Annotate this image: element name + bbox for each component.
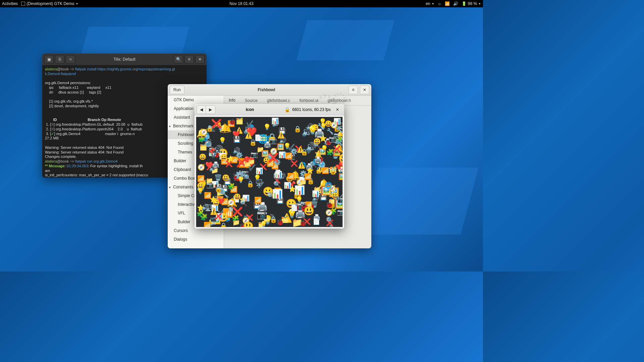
fishbowl-icon: ✔️ bbox=[257, 182, 264, 188]
fishbowl-icon: 💡 bbox=[219, 137, 226, 143]
sidebar-item-label: Scrolling bbox=[178, 141, 193, 146]
sidebar-item-label: Benchmark bbox=[173, 124, 194, 128]
gnome-top-panel: Activities (Development) GTK Demo ▼ Nov … bbox=[0, 0, 483, 7]
fishbowl-icon: ✔️ bbox=[246, 121, 254, 127]
activities-button[interactable]: Activities bbox=[2, 1, 18, 6]
fishbowl-icon: 📄 bbox=[290, 205, 298, 211]
fishbowl-icon: 🗑️ bbox=[214, 175, 222, 181]
sidebar-item[interactable]: GTK Demo bbox=[168, 96, 224, 104]
keyboard-layout-label: en bbox=[426, 1, 430, 6]
fishbowl-icon: 🔒 bbox=[301, 149, 308, 155]
fishbowl-icon: 🔧 bbox=[221, 192, 229, 198]
fishbowl-icon: ⭐ bbox=[306, 168, 314, 174]
fishbowl-icon: 📊 bbox=[333, 118, 341, 124]
fishbowl-icon: 🔊 bbox=[202, 204, 209, 210]
fishbowl-icon: 🔊 bbox=[209, 165, 216, 171]
fishbowl-icon: 💡 bbox=[283, 143, 291, 149]
fishbowl-icon: 📶 bbox=[254, 197, 262, 203]
brightness-icon[interactable]: ☼ bbox=[438, 1, 441, 6]
sidebar-item-label: Clipboard bbox=[174, 167, 191, 172]
fishbowl-icon: ⚠️ bbox=[298, 162, 305, 168]
fishbowl-icon: ⚠️ bbox=[277, 132, 285, 138]
fishbowl-icon: 💡 bbox=[237, 177, 245, 183]
fishbowl-icon: 🔧 bbox=[336, 127, 343, 133]
sidebar-item-label: Simple Co bbox=[178, 193, 196, 198]
fishbowl-title: Icon bbox=[217, 107, 282, 112]
hamburger-menu-button[interactable]: ≡ bbox=[184, 55, 194, 64]
fishbowl-icon: 💡 bbox=[263, 124, 271, 130]
sidebar-item-label: Cursors bbox=[174, 228, 188, 233]
battery-indicator[interactable]: 🔋 98 % ▼ bbox=[462, 1, 481, 6]
search-button[interactable]: 🔍 bbox=[174, 55, 183, 64]
sidebar-item[interactable]: Dialogs bbox=[168, 235, 224, 244]
fishbowl-icon: 📶 bbox=[197, 176, 205, 182]
fishbowl-icon: 🔍 bbox=[326, 217, 333, 223]
prev-button[interactable]: ◀ bbox=[197, 105, 206, 114]
fishbowl-icon: 📁 bbox=[232, 220, 240, 226]
fishbowl-icon: 📊 bbox=[272, 189, 283, 198]
fishbowl-icon: 📄 bbox=[313, 219, 320, 225]
fishbowl-canvas: 🖼️📶❌📁📷🖨️🌐✔️📁❤️🔒❌🧭🔊😃😃📁🔧😃⚙️🖨️🖼️🖨️💾📷💾🔒😀⭐🔍🔊📷… bbox=[196, 117, 343, 227]
close-button[interactable]: ✕ bbox=[333, 105, 342, 114]
fishbowl-icon: 😀 bbox=[199, 154, 206, 160]
fishbowl-icon: ❌ bbox=[290, 161, 298, 167]
fishbowl-icon: 🔍 bbox=[205, 135, 212, 141]
chevron-down-icon: ▼ bbox=[478, 2, 481, 5]
sidebar-item-label: Builder bbox=[174, 159, 186, 163]
fishbowl-icon: ⚠️ bbox=[245, 132, 252, 138]
fishbowl-icon: ✔️ bbox=[336, 195, 343, 201]
fishbowl-icon: 🌐 bbox=[325, 182, 332, 188]
chevron-down-icon: ▼ bbox=[432, 2, 434, 5]
next-button[interactable]: ▶ bbox=[206, 105, 215, 114]
run-button[interactable]: Run bbox=[170, 85, 184, 94]
fishbowl-icon: 📶 bbox=[287, 173, 294, 179]
battery-icon: 🔋 bbox=[462, 1, 467, 6]
close-button[interactable]: ✕ bbox=[195, 55, 205, 64]
sidebar-item-label: GTK Demo bbox=[174, 98, 194, 102]
clock[interactable]: Nov 18 01:43 bbox=[229, 1, 253, 6]
sidebar-item-label: VFL bbox=[178, 211, 185, 216]
fishbowl-icon: 📊 bbox=[271, 118, 279, 124]
tilix-session-button[interactable]: ▣ bbox=[44, 55, 54, 64]
fishbowl-icon: 🔍 bbox=[228, 207, 235, 213]
fishbowl-icon: 🔧 bbox=[335, 139, 343, 145]
fishbowl-icon: 😀 bbox=[197, 183, 204, 189]
fishbowl-icon: 😀 bbox=[220, 154, 227, 160]
fishbowl-icon: 💡 bbox=[260, 221, 267, 227]
fishbowl-icon: 🧭 bbox=[198, 164, 205, 170]
app-menu-label: (Development) GTK Demo bbox=[26, 1, 74, 6]
fishbowl-icon: 🖼️ bbox=[277, 144, 284, 150]
app-menu[interactable]: (Development) GTK Demo ▼ bbox=[21, 1, 78, 6]
fishbowl-icon: 😀 bbox=[325, 121, 332, 127]
fishbowl-icon: 🔍 bbox=[273, 181, 281, 187]
sidebar-item-label: Themes bbox=[178, 150, 192, 155]
fishbowl-icon: 📷 bbox=[251, 152, 258, 158]
sidebar-item-label: Dialogs bbox=[174, 237, 187, 242]
fishbowl-icon: ❌ bbox=[268, 153, 279, 162]
tilix-title: Tilix: Default bbox=[76, 57, 172, 62]
fishbowl-icon: 🔧 bbox=[326, 128, 334, 134]
close-button[interactable]: ✕ bbox=[360, 85, 369, 94]
expander-icon: ▾ bbox=[169, 186, 172, 189]
tilix-new-tab-button[interactable]: ⎘ bbox=[55, 55, 64, 64]
fishbowl-icon: 📄 bbox=[254, 135, 262, 141]
fishbowl-icon: 😃 bbox=[243, 222, 254, 227]
tilix-add-terminal-button[interactable]: ⌗ bbox=[66, 55, 75, 64]
volume-icon[interactable]: 🔊 bbox=[453, 1, 458, 6]
fishbowl-icon: 🔒 bbox=[247, 181, 254, 187]
fishbowl-icon: 📶 bbox=[322, 168, 329, 174]
wifi-icon[interactable]: 📶 bbox=[445, 1, 450, 6]
svg-point-1 bbox=[334, 94, 345, 105]
fishbowl-icon: 📁 bbox=[299, 179, 307, 185]
fishbowl-icon: 🧩 bbox=[200, 214, 208, 220]
chevron-down-icon: ▼ bbox=[75, 2, 78, 5]
fishbowl-icon: 😃 bbox=[233, 194, 241, 200]
keyboard-layout-indicator[interactable]: en ▼ bbox=[426, 1, 434, 6]
fishbowl-icon: 💡 bbox=[296, 197, 303, 203]
fishbowl-icon: 📊 bbox=[278, 152, 286, 158]
fishbowl-icon: 🗂️ bbox=[236, 118, 243, 124]
expander-icon: ▾ bbox=[169, 125, 172, 128]
sidebar-item-label: Builder bbox=[178, 220, 190, 224]
wallpaper-shape bbox=[297, 20, 394, 60]
fishbowl-icon: 🔒 bbox=[329, 168, 337, 174]
